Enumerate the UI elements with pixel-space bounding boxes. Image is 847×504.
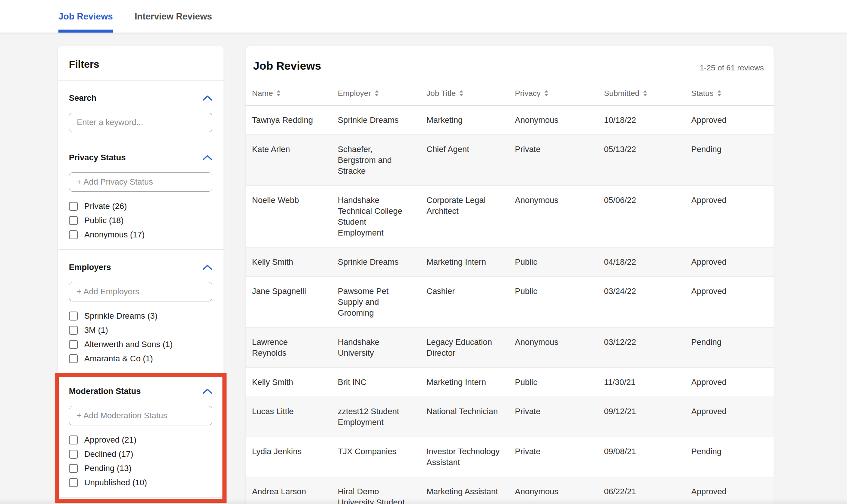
chevron-up-icon[interactable]: [203, 95, 212, 101]
cell-status: Approved: [691, 368, 766, 397]
table-row[interactable]: Lydia Jenkins TJX Companies Investor Tec…: [246, 437, 774, 477]
filter-sections: Search Privacy Status Private (26) Publi…: [58, 81, 224, 497]
cell-submitted: 10/18/22: [604, 106, 691, 134]
checkbox-icon[interactable]: [69, 450, 78, 459]
checkbox-icon[interactable]: [69, 326, 78, 335]
table-row[interactable]: Tawnya Redding Sprinkle Dreams Marketing…: [246, 106, 774, 135]
filter-checkbox-option[interactable]: Public (18): [69, 213, 212, 228]
cell-name: Kelly Smith: [252, 368, 338, 397]
cell-job-title: Marketing Intern: [426, 248, 515, 276]
column-header[interactable]: Submitted: [604, 89, 691, 105]
filter-option-label: Amaranta & Co (1): [84, 354, 153, 364]
checkbox-icon[interactable]: [69, 354, 78, 363]
cell-privacy: Anonymous: [515, 106, 604, 134]
checkbox-icon[interactable]: [69, 340, 78, 349]
cell-employer: TJX Companies: [338, 437, 426, 477]
filter-checkbox-option[interactable]: Anonymous (17): [69, 228, 212, 242]
column-header-label: Status: [691, 89, 714, 98]
table-row[interactable]: Jane Spagnelli Pawsome Pet Supply and Gr…: [246, 277, 774, 328]
checkbox-icon[interactable]: [69, 202, 78, 211]
filter-checkbox-option[interactable]: Unpublished (10): [69, 476, 212, 490]
sort-icon[interactable]: [459, 90, 463, 96]
table-row[interactable]: Kelly Smith Sprinkle Dreams Marketing In…: [246, 248, 774, 277]
cell-submitted: 04/18/22: [604, 248, 691, 276]
table-row[interactable]: Noelle Webb Handshake Technical College …: [246, 186, 774, 248]
filter-option-label: Pending (13): [84, 464, 131, 473]
column-header[interactable]: Job Title: [426, 89, 515, 105]
filter-options: Sprinkle Dreams (3) 3M (1) Altenwerth an…: [69, 309, 212, 366]
cell-status: Pending: [691, 328, 766, 367]
filter-section-header[interactable]: Privacy Status: [69, 153, 212, 163]
tab-interview-reviews[interactable]: Interview Reviews: [134, 0, 212, 33]
filter-option-label: Anonymous (17): [84, 230, 145, 240]
table-row[interactable]: Kelly Smith Brit INC Marketing Intern Pu…: [246, 368, 774, 397]
filter-section-header[interactable]: Moderation Status: [69, 386, 212, 396]
column-header[interactable]: Privacy: [515, 89, 604, 105]
filter-input-wrap: [69, 406, 212, 425]
checkbox-icon[interactable]: [69, 464, 78, 473]
filter-checkbox-option[interactable]: Sprinkle Dreams (3): [69, 309, 212, 323]
table-title: Job Reviews: [253, 60, 321, 72]
cell-job-title: Marketing: [426, 106, 515, 134]
table-row[interactable]: Kate Arlen Schaefer, Bergstrom and Strac…: [246, 135, 774, 186]
cell-name: Lucas Little: [252, 397, 338, 437]
filter-checkbox-option[interactable]: 3M (1): [69, 323, 212, 337]
chevron-up-icon[interactable]: [203, 388, 212, 394]
tab-interview-reviews-label: Interview Reviews: [134, 11, 212, 22]
filter-checkbox-option[interactable]: Altenwerth and Sons (1): [69, 337, 212, 352]
cell-status: Pending: [691, 135, 766, 185]
sort-icon[interactable]: [643, 90, 647, 96]
sort-icon[interactable]: [375, 90, 379, 96]
table-row[interactable]: Andrea Larson Hiral Demo University Stud…: [246, 477, 774, 504]
checkbox-icon[interactable]: [69, 312, 78, 321]
column-header[interactable]: Employer: [338, 89, 426, 105]
checkbox-icon[interactable]: [69, 230, 78, 239]
chevron-up-icon[interactable]: [203, 155, 212, 161]
checkbox-icon[interactable]: [69, 435, 78, 444]
checkbox-icon[interactable]: [69, 478, 78, 487]
cell-job-title: Investor Technology Assistant: [426, 437, 515, 477]
cell-submitted: 03/12/22: [604, 328, 691, 367]
filter-input[interactable]: [69, 172, 212, 192]
checkbox-icon[interactable]: [69, 216, 78, 225]
cell-name: Noelle Webb: [252, 186, 338, 247]
sort-icon[interactable]: [544, 90, 548, 96]
cell-submitted: 03/24/22: [604, 277, 691, 327]
filter-checkbox-option[interactable]: Amaranta & Co (1): [69, 352, 212, 366]
filter-option-label: Altenwerth and Sons (1): [84, 340, 173, 349]
column-header[interactable]: Name: [252, 89, 338, 105]
table-row[interactable]: Lucas Little zztest12 Student Employment…: [246, 397, 774, 437]
cell-privacy: Private: [515, 135, 604, 185]
tab-job-reviews[interactable]: Job Reviews: [58, 0, 113, 33]
cell-employer: Hiral Demo University Student Employment: [338, 477, 426, 504]
filter-option-label: Sprinkle Dreams (3): [84, 311, 158, 321]
filter-checkbox-option[interactable]: Declined (17): [69, 447, 212, 461]
chevron-up-icon[interactable]: [203, 264, 212, 270]
cell-status: Approved: [691, 186, 766, 247]
filter-checkbox-option[interactable]: Approved (21): [69, 433, 212, 447]
cell-employer: Brit INC: [338, 368, 426, 397]
cell-privacy: Anonymous: [515, 477, 604, 504]
cell-employer: Handshake University: [338, 328, 426, 367]
cell-status: Pending: [691, 437, 766, 477]
sort-icon[interactable]: [277, 90, 280, 96]
filter-options: Approved (21) Declined (17) Pending (13)…: [69, 433, 212, 490]
filter-section-title: Moderation Status: [69, 386, 141, 396]
cell-employer: Pawsome Pet Supply and Grooming: [338, 277, 426, 327]
filter-section-header[interactable]: Search: [69, 93, 212, 103]
filter-checkbox-option[interactable]: Private (26): [69, 199, 212, 213]
table-row[interactable]: Lawrence Reynolds Handshake University L…: [246, 328, 774, 368]
sort-icon[interactable]: [717, 90, 721, 96]
column-header[interactable]: Status: [691, 89, 766, 105]
cell-submitted: 09/08/21: [604, 437, 691, 477]
filter-input[interactable]: [69, 406, 212, 425]
cell-name: Jane Spagnelli: [252, 277, 338, 327]
filter-checkbox-option[interactable]: Pending (13): [69, 461, 212, 476]
cell-submitted: 05/06/22: [604, 186, 691, 247]
cell-employer: Schaefer, Bergstrom and Stracke: [338, 135, 426, 185]
filter-input[interactable]: [69, 282, 212, 301]
filter-option-label: 3M (1): [84, 325, 108, 335]
filter-input[interactable]: [69, 113, 212, 132]
filter-section-header[interactable]: Employers: [69, 262, 212, 272]
page-content: Filters Search Privacy Status Private (2…: [0, 33, 847, 504]
